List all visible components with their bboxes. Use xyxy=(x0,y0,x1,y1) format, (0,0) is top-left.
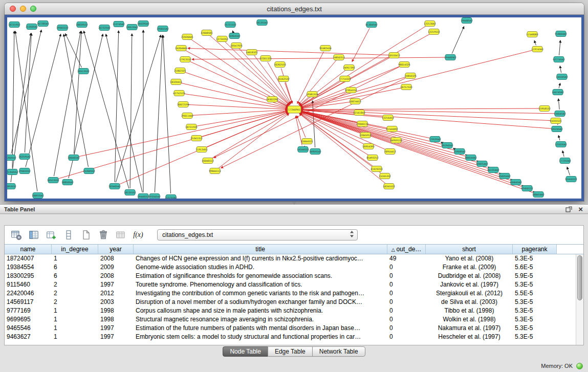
network-node[interactable]: 18954393 xyxy=(362,144,374,149)
network-node[interactable]: 16262533 xyxy=(274,62,286,68)
network-node[interactable]: 21575542 xyxy=(165,195,177,199)
network-node[interactable]: 21274542 xyxy=(113,21,124,27)
network-node[interactable]: 19448552 xyxy=(137,194,149,199)
network-node[interactable]: 25260552 xyxy=(83,168,95,174)
column-header-out_degree[interactable]: △out_de… xyxy=(387,245,426,254)
network-node[interactable]: 16904542 xyxy=(228,33,240,39)
column-header-name[interactable]: name xyxy=(5,245,52,254)
network-node[interactable]: 34959142 xyxy=(309,149,321,155)
network-node[interactable]: 18850542 xyxy=(61,180,73,185)
column-header-short[interactable]: short xyxy=(426,245,513,254)
network-node[interactable]: 92450122 xyxy=(521,186,533,191)
table-row[interactable]: 946554611997Estimation of the future num… xyxy=(5,324,576,333)
tab-edge-table[interactable]: Edge Table xyxy=(268,346,313,357)
column-header-year[interactable]: year xyxy=(98,245,134,254)
table-row[interactable]: 1830029562008Estimation of significance … xyxy=(5,272,576,280)
network-node[interactable]: 69194542 xyxy=(441,143,453,148)
network-node[interactable]: 18320413 xyxy=(170,79,182,85)
network-node[interactable]: 18259542 xyxy=(18,154,30,160)
table-settings-button[interactable] xyxy=(10,228,23,242)
network-node[interactable]: 12103542 xyxy=(555,142,567,147)
network-node[interactable]: 10524542 xyxy=(551,126,562,132)
splitter-handle[interactable] xyxy=(292,202,297,205)
network-node[interactable]: 24957392 xyxy=(343,65,355,71)
network-node[interactable]: 25260542 xyxy=(7,155,16,161)
table-row[interactable]: 911546021997Tourette syndrome. Phenomeno… xyxy=(5,280,576,289)
network-node[interactable]: 74850313 xyxy=(333,55,344,60)
column-header-pagerank[interactable]: pagerank xyxy=(513,245,557,254)
network-node[interactable]: 16046512 xyxy=(202,158,213,164)
network-node[interactable]: 20732542 xyxy=(98,25,110,31)
network-node[interactable]: 12219532 xyxy=(428,29,440,35)
network-node[interactable]: 18731935 xyxy=(185,124,197,130)
import-table-button[interactable] xyxy=(114,228,127,242)
network-node[interactable]: 92825442 xyxy=(476,161,488,167)
network-node[interactable]: 18135552 xyxy=(124,190,136,195)
network-node[interactable]: 12734353 xyxy=(216,36,228,42)
delete-column-button[interactable] xyxy=(97,228,110,242)
table-row[interactable]: 969969511998Structural magnetic resonanc… xyxy=(5,315,576,324)
network-node[interactable]: 15958532 xyxy=(538,106,550,112)
network-node[interactable]: 18845442 xyxy=(532,192,544,198)
network-node[interactable]: 71913451 xyxy=(195,147,207,152)
network-canvas[interactable]: 1724094122036641242046451791353221802321… xyxy=(7,17,581,199)
column-header-in_degree[interactable]: in_degree xyxy=(52,245,98,254)
create-column-button[interactable] xyxy=(79,228,93,242)
network-node[interactable]: 18757533 xyxy=(400,84,412,90)
network-node[interactable]: 91800442 xyxy=(555,31,567,37)
network-node[interactable]: 79046133 xyxy=(356,121,368,127)
network-node[interactable]: 18439542 xyxy=(137,21,149,27)
function-builder-button[interactable]: f(x) xyxy=(132,228,145,242)
network-node[interactable]: 74850325 xyxy=(404,73,416,79)
network-node[interactable]: 18839532 xyxy=(76,22,88,28)
table-row[interactable]: 977716911998Corpus callosum shape and si… xyxy=(5,307,576,315)
network-node[interactable]: 19565542 xyxy=(157,26,168,32)
table-row[interactable]: 1456911722003Disruption of a novel membe… xyxy=(5,298,576,307)
show-columns-button[interactable] xyxy=(27,228,40,242)
network-node[interactable]: 20728543 xyxy=(37,21,49,27)
network-node[interactable]: 19356542 xyxy=(148,194,160,199)
minimize-button[interactable] xyxy=(20,6,26,12)
network-node[interactable]: 21350542 xyxy=(26,24,37,30)
edit-columns-button[interactable] xyxy=(45,228,58,242)
network-hub-node[interactable]: 17240941 xyxy=(288,106,301,113)
network-node[interactable]: 41070233 xyxy=(371,166,382,172)
network-node[interactable]: 98014325 xyxy=(398,62,410,68)
network-node[interactable]: 15844521 xyxy=(301,139,313,144)
tab-node-table[interactable]: Node Table xyxy=(223,346,268,357)
network-node[interactable]: 15245332 xyxy=(379,173,390,179)
network-node[interactable]: 19581535 xyxy=(306,92,318,97)
network-node[interactable]: 94135442 xyxy=(487,167,499,173)
network-node[interactable]: 34959132 xyxy=(390,138,402,143)
close-panel-icon[interactable]: × xyxy=(578,206,583,212)
close-button[interactable] xyxy=(10,6,16,12)
table-row[interactable]: 946362711997Embryonic stem cells: a mode… xyxy=(5,333,576,341)
network-node[interactable]: 20513532 xyxy=(77,69,89,74)
network-node[interactable]: 92774542 xyxy=(553,57,564,62)
network-node[interactable]: 11548083 xyxy=(526,32,538,37)
network-node[interactable]: 17725542 xyxy=(559,158,571,164)
network-node[interactable]: 91544092 xyxy=(386,126,398,132)
network-node[interactable]: 13216453 xyxy=(382,115,394,121)
network-node[interactable]: 21350552 xyxy=(7,169,18,175)
network-node[interactable]: 22036641 xyxy=(181,34,193,40)
network-node[interactable]: 14434542 xyxy=(556,74,568,80)
network-node[interactable]: 92450222 xyxy=(565,177,577,182)
zoom-button[interactable] xyxy=(30,6,36,12)
network-node[interactable]: 42752125 xyxy=(173,91,185,96)
network-node[interactable]: 18547925 xyxy=(230,43,242,49)
network-node[interactable]: 22608581 xyxy=(201,30,212,36)
network-node[interactable]: 30672194 xyxy=(177,102,189,107)
network-node[interactable]: 14618321 xyxy=(246,50,257,55)
table-row[interactable]: 2242004622012Investigating the contribut… xyxy=(5,289,576,298)
column-header-title[interactable]: title xyxy=(134,245,387,254)
network-node[interactable]: 19448542 xyxy=(461,18,472,24)
network-node[interactable]: 18245522 xyxy=(383,184,395,189)
network-node[interactable]: 14474542 xyxy=(552,90,563,95)
network-node[interactable]: 85493212 xyxy=(366,155,378,161)
vertical-scrollbar[interactable] xyxy=(576,254,583,345)
network-node[interactable]: 24204645 xyxy=(175,46,187,51)
network-node[interactable]: 99844113 xyxy=(209,168,221,174)
network-node[interactable]: 18731932 xyxy=(8,22,20,28)
network-node[interactable]: 78954412 xyxy=(384,149,396,155)
